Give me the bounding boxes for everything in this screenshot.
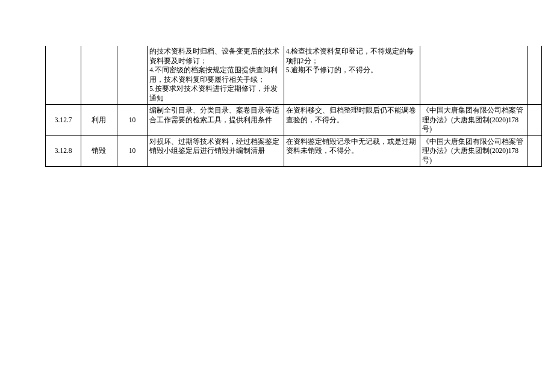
cell-score (117, 46, 148, 105)
cell-id: 3.12.7 (46, 105, 81, 136)
cell-requirements: 的技术资料及时归档、设备变更后的技术资料要及时修订；4.不同密级的档案按规定范围… (148, 46, 284, 105)
table-row: 3.12.8 销毁 10 对损坏、过期等技术资料，经过档案鉴定销毁小组鉴定后进行… (46, 135, 542, 167)
cell-requirements: 编制全引目录、分类目录、案卷目录等适合工作需要的检索工具，提供利用条件 (148, 105, 284, 136)
cell-deductions: 在资料移交、归档整理时限后仍不能调卷查验的，不得分。 (284, 105, 420, 136)
cell-name: 利用 (81, 105, 117, 136)
cell-deductions: 在资料鉴定销毁记录中无记载，或是过期资料未销毁，不得分。 (284, 135, 420, 167)
cell-score: 10 (117, 135, 148, 167)
table-row: 的技术资料及时归档、设备变更后的技术资料要及时修订；4.不同密级的档案按规定范围… (46, 46, 542, 105)
cell-id (46, 46, 81, 105)
cell-name (81, 46, 117, 105)
cell-tail (528, 46, 542, 105)
cell-name: 销毁 (81, 135, 117, 167)
table-row: 3.12.7 利用 10 编制全引目录、分类目录、案卷目录等适合工作需要的检索工… (46, 105, 542, 136)
cell-deductions: 4.检查技术资料复印登记，不符规定的每项扣2分；5.逾期不予修订的，不得分。 (284, 46, 420, 105)
evaluation-table: 的技术资料及时归档、设备变更后的技术资料要及时修订；4.不同密级的档案按规定范围… (45, 46, 542, 167)
cell-id: 3.12.8 (46, 135, 81, 167)
cell-score: 10 (117, 105, 148, 136)
cell-reference (420, 46, 528, 105)
cell-reference: 《中国大唐集团有限公司档案管理办法》(大唐集团制(2020)178号) (420, 105, 528, 136)
cell-requirements: 对损坏、过期等技术资料，经过档案鉴定销毁小组鉴定后进行销毁并编制清册 (148, 135, 284, 167)
cell-tail (528, 135, 542, 167)
cell-reference: 《中国大唐集团有限公司档案管理办法》(大唐集团制(2020)178号) (420, 135, 528, 167)
document-page: 的技术资料及时归档、设备变更后的技术资料要及时修订；4.不同密级的档案按规定范围… (0, 0, 554, 167)
cell-tail (528, 105, 542, 136)
